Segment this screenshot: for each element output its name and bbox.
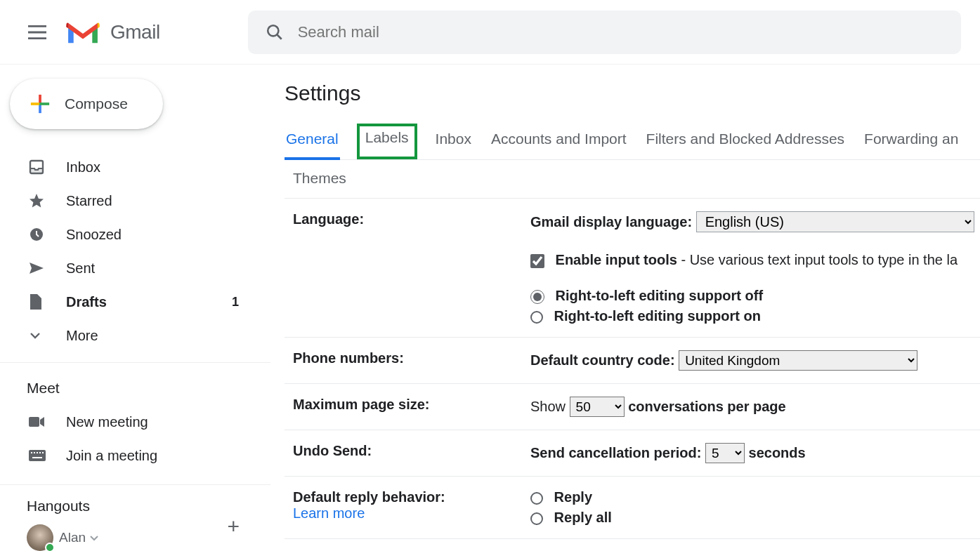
- app-header: Gmail: [0, 0, 980, 65]
- undo-prefix: Send cancellation period:: [530, 445, 701, 460]
- sidebar-item-snoozed[interactable]: Snoozed: [0, 218, 270, 251]
- input-tools-desc: - Use various text input tools to type i…: [677, 252, 958, 267]
- sidebar-item-label: Starred: [66, 193, 112, 209]
- sidebar-item-label: Sent: [66, 260, 95, 277]
- camera-icon: [28, 415, 48, 429]
- tab-labels[interactable]: Labels: [357, 124, 417, 159]
- sidebar-item-more[interactable]: More: [0, 319, 270, 352]
- caret-down-icon[interactable]: [90, 531, 98, 544]
- sidebar-item-drafts[interactable]: Drafts 1: [0, 285, 270, 319]
- presence-dot: [45, 543, 55, 551]
- reply-label: Reply: [554, 489, 592, 505]
- reply-radio[interactable]: [530, 492, 543, 505]
- setting-phone-numbers: Phone numbers: Default country code: Uni…: [285, 338, 980, 384]
- hangouts-section: Hangouts Alan +: [0, 484, 270, 551]
- chevron-down-icon: [28, 328, 48, 343]
- rtl-on-radio[interactable]: [530, 311, 543, 324]
- tab-themes[interactable]: Themes: [285, 160, 980, 199]
- tab-filters-blocked[interactable]: Filters and Blocked Addresses: [645, 126, 846, 159]
- sidebar-item-label: Drafts: [66, 294, 107, 310]
- sidebar-item-inbox[interactable]: Inbox: [0, 150, 270, 184]
- sidebar: Compose Inbox Starred Snoozed Sent Draft…: [0, 65, 270, 551]
- main-content: Settings General Labels Inbox Accounts a…: [270, 65, 980, 551]
- rtl-off-radio[interactable]: [530, 290, 544, 304]
- tab-general[interactable]: General: [285, 126, 340, 160]
- gmail-logo-icon: [65, 19, 100, 46]
- setting-label: Phone numbers:: [293, 350, 530, 371]
- setting-label: Default reply behavior: Learn more: [293, 489, 530, 526]
- tab-accounts-import[interactable]: Accounts and Import: [490, 126, 628, 159]
- svg-rect-10: [29, 450, 46, 461]
- reply-behavior-label: Default reply behavior:: [293, 489, 530, 505]
- main-menu-button[interactable]: [25, 20, 50, 45]
- avatar[interactable]: [27, 524, 53, 551]
- search-input[interactable]: [298, 23, 930, 41]
- setting-undo-send: Undo Send: Send cancellation period: 5 s…: [285, 430, 980, 477]
- sidebar-item-label: Join a meeting: [66, 448, 157, 464]
- input-tools-label: Enable input tools: [556, 252, 677, 267]
- svg-rect-12: [34, 452, 35, 453]
- page-size-suffix: conversations per page: [628, 399, 786, 414]
- reply-all-label: Reply all: [554, 510, 612, 525]
- hamburger-icon: [28, 25, 46, 39]
- search-bar[interactable]: [248, 11, 961, 54]
- user-name[interactable]: Alan: [59, 530, 86, 545]
- gmail-logo-text: Gmail: [110, 21, 160, 44]
- undo-suffix: seconds: [749, 445, 806, 460]
- sidebar-item-sent[interactable]: Sent: [0, 251, 270, 285]
- svg-rect-9: [29, 417, 39, 427]
- enable-input-tools-checkbox[interactable]: [530, 254, 544, 268]
- send-icon: [28, 260, 48, 277]
- setting-label: Undo Send:: [293, 443, 530, 463]
- inbox-icon: [28, 159, 48, 175]
- svg-rect-14: [39, 452, 41, 453]
- sidebar-item-label: Snoozed: [66, 227, 122, 243]
- gmail-logo[interactable]: Gmail: [65, 19, 160, 46]
- rtl-off-label: Right-to-left editing support off: [556, 288, 763, 303]
- search-icon: [266, 23, 284, 41]
- setting-default-reply: Default reply behavior: Learn more Reply…: [285, 477, 980, 539]
- svg-rect-4: [31, 102, 39, 105]
- tab-forwarding[interactable]: Forwarding an: [863, 126, 960, 159]
- country-code-select[interactable]: United Kingdom: [679, 350, 917, 371]
- plus-icon: [30, 93, 51, 114]
- star-icon: [28, 192, 48, 209]
- learn-more-link[interactable]: Learn more: [293, 505, 530, 522]
- setting-language: Language: Gmail display language: Englis…: [285, 199, 980, 338]
- display-language-select[interactable]: English (US): [696, 211, 974, 232]
- clock-icon: [28, 226, 48, 243]
- svg-rect-11: [31, 452, 32, 453]
- svg-rect-2: [39, 95, 41, 103]
- page-title: Settings: [285, 81, 980, 105]
- rtl-on-label: Right-to-left editing support on: [554, 308, 761, 324]
- page-size-select[interactable]: 50: [570, 397, 625, 417]
- country-code-label: Default country code:: [530, 352, 675, 368]
- drafts-count: 1: [232, 295, 239, 310]
- sidebar-item-join-meeting[interactable]: Join a meeting: [0, 439, 270, 472]
- sidebar-item-label: New meeting: [66, 414, 148, 430]
- setting-label: Language:: [293, 211, 530, 324]
- keyboard-icon: [28, 449, 48, 462]
- settings-tabs: General Labels Inbox Accounts and Import…: [285, 126, 980, 160]
- sidebar-item-label: More: [66, 328, 98, 344]
- setting-label: Maximum page size:: [293, 397, 530, 417]
- file-icon: [28, 293, 48, 310]
- svg-rect-15: [42, 452, 44, 453]
- display-language-label: Gmail display language:: [530, 214, 692, 230]
- reply-all-radio[interactable]: [530, 512, 543, 525]
- show-text: Show: [530, 399, 566, 414]
- setting-page-size: Maximum page size: Show 50 conversations…: [285, 384, 980, 430]
- sidebar-item-starred[interactable]: Starred: [0, 184, 270, 218]
- svg-rect-13: [37, 452, 38, 453]
- sidebar-item-new-meeting[interactable]: New meeting: [0, 405, 270, 439]
- compose-button[interactable]: Compose: [10, 79, 163, 129]
- compose-label: Compose: [65, 95, 128, 112]
- undo-period-select[interactable]: 5: [705, 443, 745, 463]
- tab-inbox[interactable]: Inbox: [434, 126, 473, 159]
- hangouts-header: Hangouts: [27, 498, 270, 515]
- sidebar-item-label: Inbox: [66, 159, 100, 175]
- meet-section-header: Meet: [0, 363, 270, 405]
- svg-line-1: [277, 34, 282, 39]
- add-contact-button[interactable]: +: [227, 515, 240, 538]
- svg-rect-16: [32, 457, 42, 458]
